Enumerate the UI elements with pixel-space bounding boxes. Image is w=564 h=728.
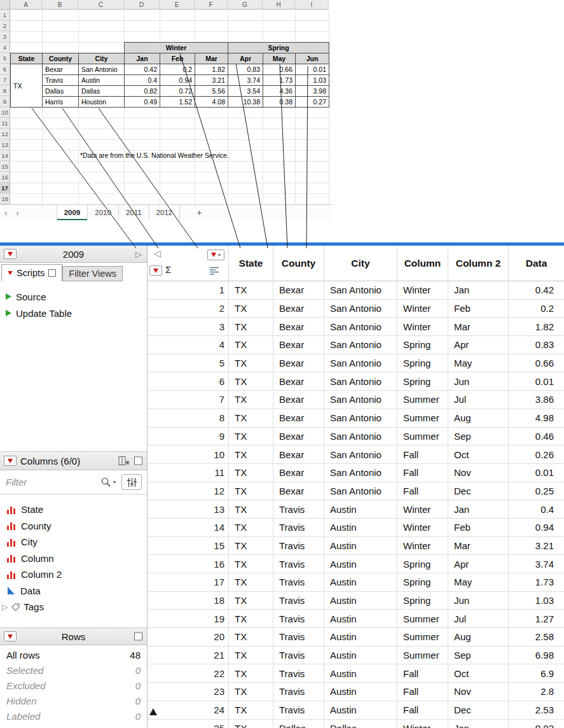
cell-column[interactable]: Spring — [397, 336, 448, 354]
excel-row-header[interactable]: 4 — [0, 42, 10, 53]
cell-state[interactable]: TX — [229, 300, 273, 318]
column-header-column[interactable]: Column — [397, 246, 448, 281]
excel-column-header[interactable]: B — [42, 0, 78, 10]
sheet-nav-back[interactable]: ‹ — [0, 205, 11, 220]
cell-county[interactable]: Bexar — [273, 354, 324, 372]
cell-column2[interactable]: Dec — [448, 701, 509, 719]
cell-county[interactable]: Bexar — [273, 464, 324, 482]
row-number[interactable]: 1 — [148, 281, 229, 299]
row-number[interactable]: 3 — [148, 318, 229, 335]
cell-state[interactable]: TX — [229, 500, 273, 518]
excel-row-header[interactable]: 16 — [0, 172, 10, 183]
excel-column-header[interactable]: G — [228, 0, 263, 10]
excel-row-header[interactable]: 9 — [0, 96, 10, 107]
cell-state[interactable]: TX — [229, 537, 273, 555]
cell-data[interactable]: 3.21 — [509, 537, 564, 555]
excel-row-header[interactable]: 13 — [0, 139, 10, 150]
cell-data[interactable]: 1.73 — [509, 573, 564, 591]
excel-cell-value[interactable]: 3.98 — [295, 85, 329, 97]
cell-column[interactable]: Spring — [397, 372, 448, 390]
excel-select-all-corner[interactable] — [0, 0, 10, 10]
row-number[interactable]: 16 — [148, 555, 229, 573]
row-number[interactable]: 8 — [148, 409, 229, 427]
cell-column[interactable]: Fall — [397, 482, 448, 500]
cell-data[interactable]: 4.98 — [509, 409, 564, 427]
cell-city[interactable]: San Antonio — [324, 372, 397, 390]
cell-column2[interactable]: Sep — [448, 428, 509, 445]
cell-data[interactable]: 2.53 — [509, 701, 564, 719]
cell-data[interactable]: 0.4 — [509, 500, 564, 518]
excel-cell-value[interactable]: 4.08 — [195, 96, 228, 108]
cell-column[interactable]: Fall — [397, 464, 448, 482]
excel-cell-spring-header[interactable]: Spring — [228, 42, 329, 53]
rows-checkbox[interactable] — [134, 633, 142, 641]
excel-cell-county[interactable]: Bexar — [42, 64, 79, 75]
cell-column2[interactable]: Mar — [448, 537, 509, 555]
excel-note-cell[interactable]: *Data are from the U.S. National Weather… — [80, 151, 229, 159]
add-sheet-button[interactable]: + — [190, 205, 208, 220]
cell-state[interactable]: TX — [229, 464, 273, 482]
cell-column[interactable]: Summer — [397, 628, 448, 646]
excel-cell-winter-header[interactable]: Winter — [124, 42, 228, 53]
cell-county[interactable]: Bexar — [273, 445, 324, 463]
cell-column[interactable]: Winter — [397, 281, 448, 299]
excel-cell-value[interactable]: 0.82 — [124, 85, 160, 97]
cell-county[interactable]: Travis — [273, 592, 324, 610]
cell-data[interactable]: 0.46 — [509, 428, 564, 445]
excel-row-header[interactable]: 5 — [0, 53, 10, 64]
excel-cell-value[interactable]: 0.38 — [263, 96, 296, 108]
excel-cell-month-header[interactable]: May — [263, 53, 296, 64]
cell-city[interactable]: San Antonio — [324, 318, 397, 335]
excel-row-header[interactable]: 6 — [0, 64, 10, 74]
sigma-icon[interactable]: Σ — [165, 264, 171, 275]
excel-cell-value[interactable]: 1.73 — [263, 74, 296, 86]
cell-data[interactable]: 0.26 — [509, 445, 564, 463]
excel-cell-value[interactable]: 1.52 — [160, 96, 195, 108]
cell-state[interactable]: TX — [229, 573, 273, 591]
cell-city[interactable]: Austin — [324, 555, 397, 573]
excel-column-header[interactable]: E — [160, 0, 195, 10]
cell-state[interactable]: TX — [229, 701, 273, 719]
column-item-tags[interactable]: ▷Tags — [0, 599, 147, 615]
cell-state[interactable]: TX — [229, 482, 273, 500]
excel-row-header[interactable]: 7 — [0, 74, 10, 85]
cell-county[interactable]: Travis — [273, 701, 324, 719]
column-item-county[interactable]: County — [0, 518, 147, 535]
search-dropdown[interactable]: ▾ — [100, 477, 116, 487]
cell-county[interactable]: Bexar — [273, 318, 324, 335]
cell-column[interactable]: Spring — [397, 555, 448, 573]
excel-cell-city[interactable]: Austin — [78, 74, 125, 86]
excel-row-header[interactable]: 2 — [0, 20, 10, 31]
excel-cell-value[interactable]: 10.38 — [228, 96, 263, 108]
column-item-state[interactable]: State — [0, 501, 147, 518]
row-number[interactable]: 18 — [148, 592, 229, 610]
cell-county[interactable]: Bexar — [273, 391, 324, 409]
cell-city[interactable]: San Antonio — [324, 300, 397, 318]
cell-column2[interactable]: Sep — [448, 647, 509, 664]
sheet-tab-2011[interactable]: 2011 — [119, 205, 149, 220]
excel-cell-state-value[interactable]: TX — [10, 64, 43, 108]
row-number[interactable]: 25 — [148, 720, 229, 728]
cell-county[interactable]: Travis — [273, 537, 324, 555]
excel-cell-county[interactable]: Harris — [42, 96, 79, 108]
cell-state[interactable]: TX — [229, 409, 273, 427]
column-header-column-2[interactable]: Column 2 — [448, 246, 509, 281]
cell-county[interactable]: Bexar — [273, 372, 324, 390]
row-number[interactable]: 19 — [148, 610, 229, 627]
cell-column2[interactable]: Feb — [448, 300, 509, 318]
cell-county[interactable]: Travis — [273, 610, 324, 627]
cell-column[interactable]: Summer — [397, 409, 448, 427]
excel-row-header[interactable]: 15 — [0, 161, 10, 172]
excel-cell-value[interactable]: 5.56 — [195, 85, 228, 97]
cell-data[interactable]: 2.58 — [509, 628, 564, 646]
cell-county[interactable]: Travis — [273, 500, 324, 518]
sheet-tab-2010[interactable]: 2010 — [88, 205, 119, 220]
excel-cell-month-header[interactable]: Mar — [195, 53, 228, 64]
column-header-state[interactable]: State — [229, 246, 273, 281]
cell-city[interactable]: Austin — [324, 573, 397, 591]
cell-state[interactable]: TX — [229, 318, 273, 335]
cell-county[interactable]: Travis — [273, 683, 324, 701]
row-number[interactable]: 13 — [148, 500, 229, 518]
row-number[interactable]: 12 — [148, 482, 229, 500]
excel-column-header[interactable]: F — [195, 0, 228, 10]
